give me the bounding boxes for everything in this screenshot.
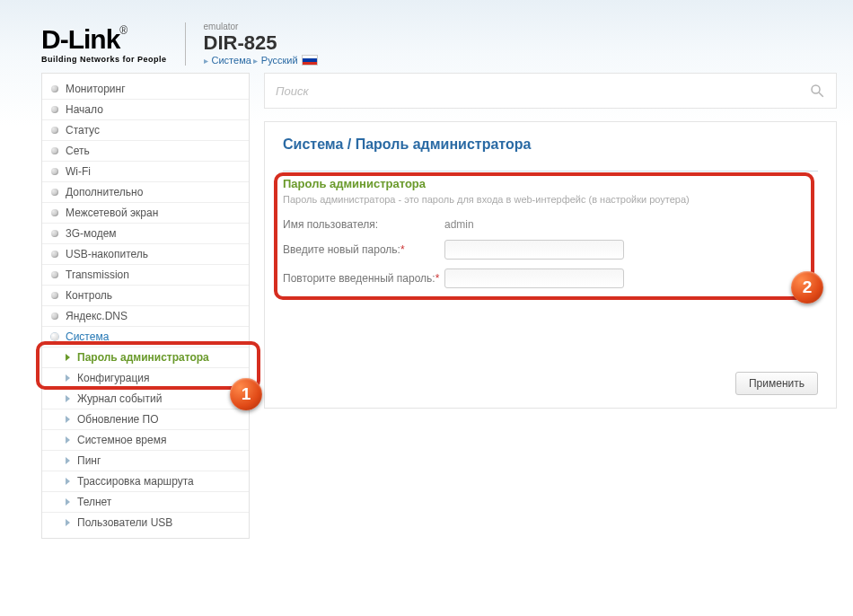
sidebar-subitem-ping[interactable]: Пинг: [42, 451, 249, 471]
bullet-icon: [51, 85, 58, 92]
panel-title: Пароль администратора: [283, 177, 818, 190]
new-password-label: Введите новый пароль:*: [283, 243, 444, 256]
required-mark: *: [400, 243, 405, 256]
sidebar-item-label: 3G-модем: [66, 227, 117, 240]
sidebar-subitem-configuration[interactable]: Конфигурация: [42, 368, 249, 389]
sidebar-subitem-traceroute[interactable]: Трассировка маршрута: [42, 471, 249, 492]
new-password-label-text: Введите новый пароль:: [283, 243, 400, 256]
sidebar-item-transmission[interactable]: Transmission: [42, 265, 249, 286]
bullet-icon: [51, 271, 58, 278]
sidebar-item-label: Начало: [66, 103, 103, 116]
sidebar-item-advanced[interactable]: Дополнительно: [42, 182, 249, 203]
sidebar-item-start[interactable]: Начало: [42, 100, 249, 120]
bullet-icon: [51, 333, 58, 340]
bullet-icon: [51, 106, 58, 113]
bullet-icon: [51, 189, 58, 196]
bullet-icon: [51, 251, 58, 258]
row-username: Имя пользователя: admin: [283, 214, 818, 235]
sidebar: Мониторинг Начало Статус Сеть Wi-Fi Допо…: [41, 73, 250, 539]
search-bar: [264, 73, 837, 109]
sidebar-item-label: Дополнительно: [66, 186, 143, 198]
actions: Применить: [283, 357, 818, 395]
sidebar-item-yandexdns[interactable]: Яндекс.DNS: [42, 306, 249, 327]
sidebar-subitem-label: Трассировка маршрута: [77, 475, 194, 488]
main: Система / Пароль администратора Пароль а…: [264, 73, 837, 539]
sidebar-subitem-label: Обновление ПО: [77, 413, 159, 426]
chevron-right-icon: [66, 478, 70, 485]
repeat-password-label: Повторите введенный пароль:*: [283, 272, 444, 285]
divider: [185, 22, 186, 66]
top-crumbs: ▸ Система ▸ Русский: [204, 55, 318, 66]
svg-point-0: [812, 85, 820, 93]
row-repeat-password: Повторите введенный пароль:*: [283, 264, 818, 293]
sidebar-item-control[interactable]: Контроль: [42, 286, 249, 306]
content-panel: Система / Пароль администратора Пароль а…: [264, 121, 837, 409]
chevron-right-icon: [66, 519, 70, 526]
username-value: admin: [444, 218, 474, 231]
chevron-right-icon: ▸: [204, 56, 208, 66]
chevron-right-icon: [66, 457, 70, 464]
search-icon[interactable]: [809, 83, 825, 99]
row-new-password: Введите новый пароль:*: [283, 235, 818, 264]
sidebar-item-wifi[interactable]: Wi-Fi: [42, 162, 249, 182]
page-breadcrumb: Система / Пароль администратора: [283, 136, 818, 153]
sidebar-subitem-telnet[interactable]: Телнет: [42, 492, 249, 513]
sidebar-item-monitoring[interactable]: Мониторинг: [42, 79, 249, 100]
bullet-icon: [51, 209, 58, 216]
sidebar-item-usb-storage[interactable]: USB-накопитель: [42, 244, 249, 265]
device-model: DIR-825: [204, 31, 318, 55]
sidebar-subitem-label: Телнет: [77, 496, 111, 508]
sidebar-subitem-system-time[interactable]: Системное время: [42, 430, 249, 451]
sidebar-item-network[interactable]: Сеть: [42, 141, 249, 162]
crumb-section[interactable]: ▸ Система: [204, 55, 251, 66]
sidebar-item-label: Система: [66, 330, 109, 343]
chevron-right-icon: [66, 498, 70, 506]
crumb-section-label: Система: [212, 55, 251, 66]
repeat-password-input[interactable]: [444, 268, 624, 288]
sidebar-subitem-label: Пинг: [77, 454, 101, 467]
sidebar-item-label: Контроль: [66, 289, 112, 302]
bullet-icon: [51, 292, 58, 299]
search-input[interactable]: [276, 84, 809, 98]
sidebar-subitem-label: Пользователи USB: [77, 516, 172, 529]
sidebar-subitem-label: Пароль администратора: [77, 351, 209, 364]
sidebar-item-label: USB-накопитель: [66, 248, 148, 260]
sidebar-item-firewall[interactable]: Межсетевой экран: [42, 203, 249, 224]
brand-name: D-Link: [41, 24, 119, 54]
sidebar-item-label: Мониторинг: [66, 83, 126, 95]
bullet-icon: [51, 168, 58, 175]
brand-tagline: Building Networks for People: [41, 55, 167, 64]
crumb-language[interactable]: ▸ Русский: [253, 55, 318, 66]
chevron-right-icon: [66, 416, 70, 423]
sidebar-subitem-admin-password[interactable]: Пароль администратора: [42, 348, 249, 368]
bullet-icon: [51, 127, 58, 134]
sidebar-subitem-label: Конфигурация: [77, 372, 150, 384]
emulator-label: emulator: [204, 22, 318, 31]
sidebar-item-label: Wi-Fi: [66, 165, 91, 178]
chevron-right-icon: [66, 354, 70, 361]
svg-line-1: [819, 92, 823, 97]
sidebar-item-status[interactable]: Статус: [42, 120, 249, 141]
bullet-icon: [51, 147, 58, 154]
sidebar-subitem-label: Журнал событий: [77, 392, 162, 405]
flag-ru-icon: [302, 55, 318, 66]
username-label: Имя пользователя:: [283, 218, 444, 231]
crumb-language-label: Русский: [261, 55, 298, 66]
bullet-icon: [51, 312, 58, 320]
apply-button[interactable]: Применить: [735, 372, 818, 395]
sidebar-item-system[interactable]: Система: [42, 327, 249, 348]
new-password-input[interactable]: [444, 240, 624, 260]
chevron-right-icon: [66, 374, 70, 382]
admin-password-panel: Пароль администратора Пароль администрат…: [283, 171, 818, 293]
registered-mark: ®: [119, 24, 128, 37]
sidebar-subitem-firmware-update[interactable]: Обновление ПО: [42, 409, 249, 430]
sidebar-subitem-event-log[interactable]: Журнал событий: [42, 389, 249, 409]
repeat-password-label-text: Повторите введенный пароль:: [283, 272, 435, 285]
sidebar-item-3g[interactable]: 3G-модем: [42, 224, 249, 244]
sidebar-subitem-label: Системное время: [77, 434, 166, 446]
panel-description: Пароль администратора - это пароль для в…: [283, 194, 818, 205]
required-mark: *: [435, 272, 440, 285]
model-block: emulator DIR-825 ▸ Система ▸ Русский: [204, 22, 318, 66]
sidebar-item-label: Transmission: [66, 268, 129, 281]
sidebar-subitem-usb-users[interactable]: Пользователи USB: [42, 513, 249, 532]
